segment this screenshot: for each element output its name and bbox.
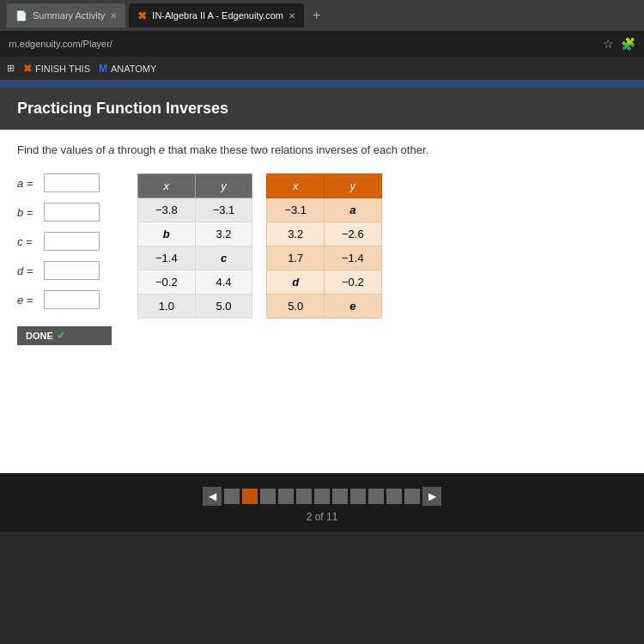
browser-tabs-bar: 📄 Summary Activity ✕ ✖ IN-Algebra II A -… <box>0 0 644 31</box>
right-table-header-y: y <box>325 174 382 198</box>
left-table: x y −3.8 −3.1 b 3.2 −1.4 c <box>137 173 252 319</box>
nav-dot-1[interactable] <box>224 489 240 504</box>
right-row5-x: 5.0 <box>267 295 325 319</box>
right-row4-x: d <box>267 270 325 295</box>
nav-dot-5[interactable] <box>296 489 312 504</box>
right-row1-y: a <box>325 198 382 222</box>
page-indicator: 2 of 11 <box>307 511 338 523</box>
bookmark-finish-label: FINISH THIS <box>35 64 90 74</box>
lesson-title-bar: Practicing Function Inverses <box>0 88 644 130</box>
left-row1-y: −3.1 <box>195 198 252 222</box>
right-table: x y −3.1 a 3.2 −2.6 1.7 −1.4 <box>266 173 381 319</box>
input-row-a: a = <box>17 173 112 192</box>
lesson-title: Practicing Function Inverses <box>17 100 627 118</box>
nav-dot-10[interactable] <box>386 489 402 504</box>
input-b[interactable] <box>44 203 100 222</box>
bookmark-grid[interactable]: ⊞ <box>7 63 15 74</box>
nav-dot-6[interactable] <box>314 489 330 504</box>
nav-dot-4[interactable] <box>278 489 294 504</box>
nav-next-button[interactable]: ▶ <box>422 487 441 506</box>
input-row-b: b = <box>17 203 112 222</box>
done-button[interactable]: DONE ✔ <box>17 326 112 345</box>
left-row3-x: −1.4 <box>138 246 196 270</box>
label-b: b = <box>17 206 39 219</box>
table-row: 1.0 5.0 <box>138 295 252 319</box>
input-row-c: c = <box>17 232 112 251</box>
input-row-e: e = <box>17 290 112 309</box>
label-c: c = <box>17 235 39 248</box>
exercise-layout: a = b = c = d = e = DONE ✔ <box>17 173 627 345</box>
done-label: DONE <box>26 331 53 341</box>
nav-dot-2[interactable] <box>242 489 258 504</box>
nav-dot-11[interactable] <box>404 489 420 504</box>
left-row2-y: 3.2 <box>195 222 252 246</box>
input-e[interactable] <box>44 290 100 309</box>
label-a: a = <box>17 177 39 190</box>
left-row4-y: 4.4 <box>195 270 252 295</box>
right-row3-y: −1.4 <box>325 246 382 270</box>
right-row1-x: −3.1 <box>267 198 325 222</box>
input-row-d: d = <box>17 261 112 280</box>
right-row4-y: −0.2 <box>325 270 382 295</box>
table-row: 3.2 −2.6 <box>267 222 381 246</box>
right-table-header-x: x <box>267 174 325 198</box>
table-row: −3.8 −3.1 <box>138 198 252 222</box>
tab-edgenuity-icon: ✖ <box>137 9 147 22</box>
left-row5-y: 5.0 <box>195 295 252 319</box>
table-row: −3.1 a <box>267 198 381 222</box>
nav-dot-9[interactable] <box>368 489 384 504</box>
address-text: rn.edgenuity.com/Player/ <box>9 39 112 49</box>
new-tab-button[interactable]: + <box>307 8 325 23</box>
nav-dot-7[interactable] <box>332 489 348 504</box>
tab-summary[interactable]: 📄 Summary Activity ✕ <box>7 3 125 27</box>
bottom-navigation: ◀ ▶ 2 of 11 <box>0 473 644 532</box>
table-row: −1.4 c <box>138 246 252 270</box>
label-d: d = <box>17 264 39 277</box>
left-row2-x: b <box>138 222 196 246</box>
table-row: 1.7 −1.4 <box>267 246 381 270</box>
label-e: e = <box>17 294 39 307</box>
blue-band <box>0 81 644 88</box>
left-row4-x: −0.2 <box>138 270 196 295</box>
tab-edgenuity[interactable]: ✖ IN-Algebra II A - Edgenuity.com ✕ <box>129 3 304 27</box>
nav-dot-3[interactable] <box>260 489 276 504</box>
star-icon[interactable]: ☆ <box>603 37 614 51</box>
extension-icon[interactable]: 🧩 <box>621 37 635 51</box>
input-fields-panel: a = b = c = d = e = DONE ✔ <box>17 173 112 345</box>
right-row5-y: e <box>325 295 382 319</box>
nav-prev-button[interactable]: ◀ <box>203 487 222 506</box>
table-row: −0.2 4.4 <box>138 270 252 295</box>
input-c[interactable] <box>44 232 100 251</box>
left-row1-x: −3.8 <box>138 198 196 222</box>
bookmark-anatomy[interactable]: M ANATOMY <box>99 63 156 75</box>
tab-summary-label: Summary Activity <box>33 10 105 21</box>
address-bar: rn.edgenuity.com/Player/ ☆ 🧩 <box>0 31 644 57</box>
input-a[interactable] <box>44 173 100 192</box>
done-check-icon: ✔ <box>57 330 65 342</box>
tables-container: x y −3.8 −3.1 b 3.2 −1.4 c <box>137 173 382 319</box>
table-row: b 3.2 <box>138 222 252 246</box>
right-row2-y: −2.6 <box>325 222 382 246</box>
right-row2-x: 3.2 <box>267 222 325 246</box>
left-table-header-y: y <box>195 174 252 198</box>
nav-dots-container: ◀ ▶ <box>203 487 441 506</box>
bookmark-anatomy-label: ANATOMY <box>111 64 156 74</box>
right-row3-x: 1.7 <box>267 246 325 270</box>
tab-edgenuity-close[interactable]: ✕ <box>289 11 295 21</box>
edgenuity-x-icon: ✖ <box>23 63 32 75</box>
tab-edgenuity-label: IN-Algebra II A - Edgenuity.com <box>152 10 283 21</box>
anatomy-m-icon: M <box>99 63 107 75</box>
exercise-area: Find the values of a through e that make… <box>0 130 644 473</box>
left-row5-x: 1.0 <box>138 295 196 319</box>
nav-dot-8[interactable] <box>350 489 366 504</box>
table-row: d −0.2 <box>267 270 381 295</box>
table-row: 5.0 e <box>267 295 381 319</box>
grid-icon: ⊞ <box>7 63 15 74</box>
instruction-text: Find the values of a through e that make… <box>17 143 627 156</box>
tab-summary-close[interactable]: ✕ <box>110 11 117 21</box>
bookmark-finish[interactable]: ✖ FINISH THIS <box>23 63 90 75</box>
left-row3-y: c <box>195 246 252 270</box>
tab-summary-icon: 📄 <box>15 10 27 21</box>
bookmarks-bar: ⊞ ✖ FINISH THIS M ANATOMY <box>0 57 644 81</box>
input-d[interactable] <box>44 261 100 280</box>
